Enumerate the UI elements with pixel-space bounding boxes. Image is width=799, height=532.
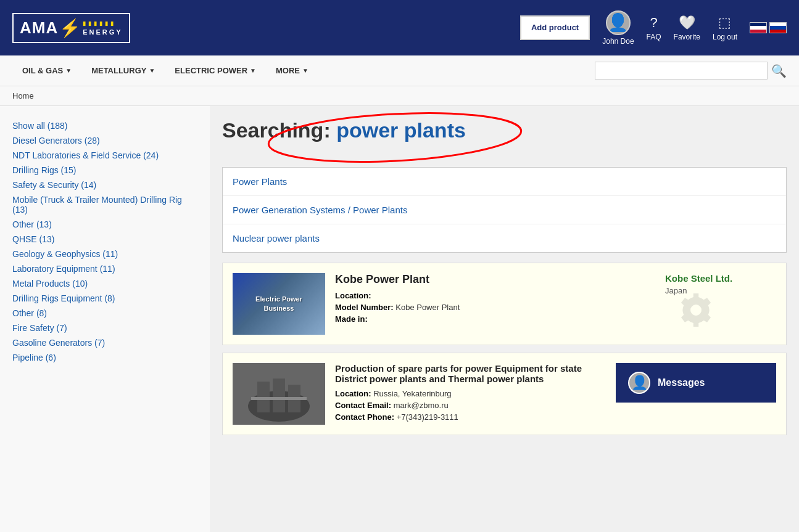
sidebar-item-diesel[interactable]: Diesel Generators (28) bbox=[12, 133, 197, 148]
search-button[interactable]: 🔍 bbox=[771, 63, 787, 78]
sidebar-item-drilling-rigs[interactable]: Drilling Rigs (15) bbox=[12, 163, 197, 178]
breadcrumb-home[interactable]: Home bbox=[12, 91, 34, 100]
product-thumb-svg-2 bbox=[233, 363, 325, 425]
product-made-1: Made in: bbox=[335, 314, 655, 324]
suggestion-nuclear[interactable]: Nuclear power plants bbox=[223, 224, 786, 252]
product-card-1: Electric PowerBusiness Kobe Power Plant … bbox=[222, 263, 787, 345]
sidebar-item-metal[interactable]: Metal Products (10) bbox=[12, 276, 197, 291]
svg-rect-4 bbox=[273, 379, 285, 412]
sidebar-item-drilling-equip[interactable]: Drilling Rigs Equipment (8) bbox=[12, 291, 197, 306]
logo-bars: ▮▮▮▮▮▮ bbox=[83, 20, 122, 27]
flag-uk[interactable] bbox=[750, 22, 767, 33]
product-model-value-1: Kobe Power Plant bbox=[395, 303, 460, 312]
logo-text: AMA bbox=[20, 18, 58, 38]
company-name-1[interactable]: Kobe Steel Ltd. bbox=[665, 273, 732, 284]
search-title: Searching: power plants bbox=[222, 118, 466, 142]
product-location-value-2: Russia, Yekaterinburg bbox=[373, 389, 451, 398]
sidebar-item-fire-safety[interactable]: Fire Safety (7) bbox=[12, 321, 197, 335]
logout-icon: ⬚ bbox=[718, 15, 731, 31]
product-location-1: Location: bbox=[335, 291, 655, 300]
sidebar-item-showall[interactable]: Show all (188) bbox=[12, 118, 197, 133]
language-selector[interactable] bbox=[750, 22, 787, 33]
nav-more[interactable]: MORE ▼ bbox=[266, 57, 318, 84]
user-name-label: John Doe bbox=[602, 37, 634, 46]
product-info-1: Kobe Power Plant Location: Model Number:… bbox=[335, 273, 655, 326]
product-location-2: Location: Russia, Yekaterinburg bbox=[335, 389, 606, 398]
avatar-face: 👤 bbox=[607, 12, 629, 33]
logo[interactable]: AMA⚡ ▮▮▮▮▮▮ ENERGY bbox=[12, 13, 130, 43]
search-title-container: Searching: power plants bbox=[222, 118, 466, 155]
product-made-label-1: Made in: bbox=[335, 314, 368, 324]
faq-label: FAQ bbox=[647, 33, 661, 41]
gear-icon bbox=[677, 292, 714, 329]
company-panel-2: 👤 Messages bbox=[616, 363, 776, 403]
suggestion-box: Power Plants Power Generation Systems / … bbox=[222, 167, 787, 253]
nav-electric-power-arrow: ▼ bbox=[250, 67, 256, 74]
product-thumb-text-1: Electric PowerBusiness bbox=[253, 292, 305, 316]
messages-widget[interactable]: 👤 Messages bbox=[616, 363, 776, 403]
sidebar-item-gasoline[interactable]: Gasoline Generators (7) bbox=[12, 335, 197, 350]
sidebar: Show all (188) Diesel Generators (28) ND… bbox=[0, 106, 210, 532]
nav-metallurgy[interactable]: METALLURGY ▼ bbox=[81, 57, 165, 84]
suggestion-power-gen-systems[interactable]: Power Generation Systems / Power Plants bbox=[223, 196, 786, 224]
product-email-2: Contact Email: mark@zbmo.ru bbox=[335, 401, 606, 410]
product-title-1[interactable]: Kobe Power Plant bbox=[335, 273, 655, 286]
favorite-label: Favorite bbox=[674, 33, 700, 41]
breadcrumb: Home bbox=[0, 86, 799, 106]
logo-bolt: ⚡ bbox=[59, 18, 81, 38]
product-phone-value-2: +7(343)219-3111 bbox=[397, 412, 458, 422]
avatar: 👤 bbox=[606, 10, 631, 35]
nav-oil-gas-arrow: ▼ bbox=[65, 67, 72, 74]
main-container: Show all (188) Diesel Generators (28) ND… bbox=[0, 106, 799, 532]
product-email-value-2: mark@zbmo.ru bbox=[394, 401, 449, 410]
nav-more-label: MORE bbox=[276, 66, 300, 75]
heart-icon: 🤍 bbox=[679, 15, 695, 31]
messages-label: Messages bbox=[658, 377, 705, 388]
search-input[interactable] bbox=[595, 62, 768, 80]
add-product-button[interactable]: Add product bbox=[520, 15, 590, 41]
sidebar-item-ndt[interactable]: NDT Laboratories & Field Service (24) bbox=[12, 148, 197, 163]
flag-ru[interactable] bbox=[769, 22, 787, 33]
company-logo-1 bbox=[677, 292, 714, 329]
product-title-2[interactable]: Production of spare parts for power Equi… bbox=[335, 363, 606, 384]
nav-electric-power[interactable]: ELECTRIC POWER ▼ bbox=[165, 57, 266, 84]
suggestion-power-plants[interactable]: Power Plants bbox=[223, 168, 786, 196]
product-info-2: Production of spare parts for power Equi… bbox=[335, 363, 606, 424]
nav-bar: OIL & GAS ▼ METALLURGY ▼ ELECTRIC POWER … bbox=[0, 55, 799, 86]
question-icon: ? bbox=[650, 15, 657, 31]
svg-rect-6 bbox=[251, 397, 307, 400]
nav-metallurgy-arrow: ▼ bbox=[149, 67, 155, 74]
favorite-link[interactable]: 🤍 Favorite bbox=[674, 15, 700, 41]
nav-items: OIL & GAS ▼ METALLURGY ▼ ELECTRIC POWER … bbox=[12, 57, 318, 84]
sidebar-item-safety[interactable]: Safety & Security (14) bbox=[12, 178, 197, 192]
product-card-2: Production of spare parts for power Equi… bbox=[222, 353, 787, 435]
sidebar-item-qhse[interactable]: QHSE (13) bbox=[12, 232, 197, 247]
company-panel-1: Kobe Steel Ltd. Japan bbox=[665, 273, 776, 329]
product-thumb-1: Electric PowerBusiness bbox=[233, 273, 325, 335]
product-location-label-1: Location: bbox=[335, 291, 371, 300]
messages-avatar-face: 👤 bbox=[631, 375, 648, 391]
header: AMA⚡ ▮▮▮▮▮▮ ENERGY Add product 👤 John Do… bbox=[0, 0, 799, 55]
nav-metallurgy-label: METALLURGY bbox=[91, 66, 146, 75]
sidebar-item-lab-equipment[interactable]: Laboratory Equipment (11) bbox=[12, 261, 197, 276]
product-model-1: Model Number: Kobe Power Plant bbox=[335, 303, 655, 312]
product-model-label-1: Model Number: bbox=[335, 303, 394, 312]
sidebar-item-other2[interactable]: Other (8) bbox=[12, 306, 197, 321]
nav-oil-gas[interactable]: OIL & GAS ▼ bbox=[12, 57, 81, 84]
header-right: Add product 👤 John Doe ? FAQ 🤍 Favorite … bbox=[520, 10, 787, 46]
product-phone-label-2: Contact Phone: bbox=[335, 412, 394, 422]
logout-link[interactable]: ⬚ Log out bbox=[713, 15, 737, 41]
search-bar: 🔍 bbox=[595, 62, 787, 80]
sidebar-item-pipeline[interactable]: Pipeline (6) bbox=[12, 350, 197, 365]
nav-oil-gas-label: OIL & GAS bbox=[22, 66, 63, 75]
messages-avatar: 👤 bbox=[628, 372, 650, 394]
product-phone-2: Contact Phone: +7(343)219-3111 bbox=[335, 412, 606, 422]
faq-link[interactable]: ? FAQ bbox=[647, 15, 661, 41]
sidebar-item-geology[interactable]: Geology & Geophysics (11) bbox=[12, 247, 197, 261]
user-profile[interactable]: 👤 John Doe bbox=[602, 10, 634, 46]
product-email-label-2: Contact Email: bbox=[335, 401, 391, 410]
sidebar-item-mobile-drilling[interactable]: Mobile (Truck & Trailer Mounted) Drillin… bbox=[12, 192, 197, 217]
sidebar-item-other1[interactable]: Other (13) bbox=[12, 217, 197, 232]
product-thumb-2 bbox=[233, 363, 325, 425]
nav-electric-power-label: ELECTRIC POWER bbox=[175, 66, 247, 75]
